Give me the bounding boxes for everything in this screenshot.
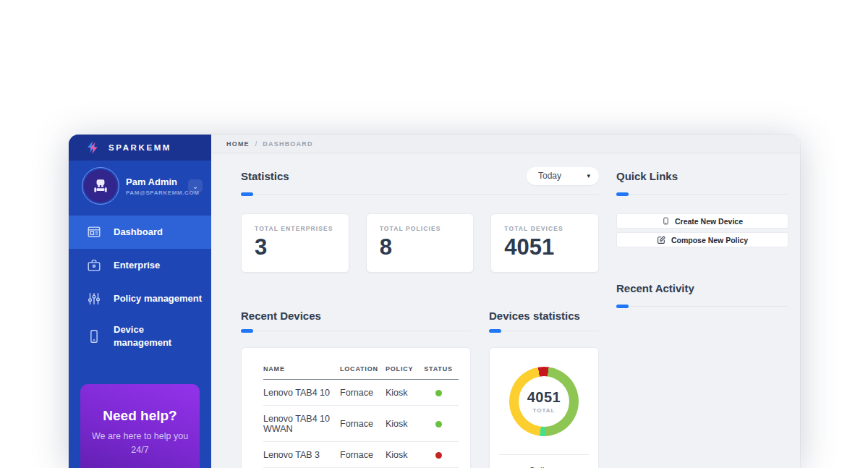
- device-name: Lenovo TAB4 10 WWAN: [263, 406, 340, 442]
- main-area: HOME / DASHBOARD Statistics Today ▾ TOTA…: [211, 135, 800, 468]
- sidebar-item-label: Policy management: [114, 292, 202, 305]
- status-dot: [435, 421, 442, 427]
- quick-links-buttons: Create New Device Compose New Policy: [616, 213, 788, 247]
- col-header-policy: POLICY: [386, 362, 418, 380]
- user-menu[interactable]: Pam Admin PAM@SPARKEMM.COM ⌄: [69, 161, 211, 212]
- device-policy: Kiosk: [386, 442, 418, 468]
- statistics-title: Statistics: [241, 170, 289, 182]
- device-name: Lenovo TAB 3: [263, 442, 340, 468]
- section-underline: [241, 192, 599, 195]
- donut-total-value: 4051: [527, 389, 561, 406]
- breadcrumb-separator: /: [255, 140, 258, 148]
- need-help-card: Need help? We are here to help you 24/7: [80, 384, 200, 468]
- button-label: Create New Device: [675, 217, 743, 226]
- table-row[interactable]: Lenovo TAB4 10 Fornace Kiosk: [263, 380, 459, 406]
- status-dot: [435, 390, 442, 396]
- recent-activity-title: Recent Activity: [616, 282, 694, 294]
- brand-name: SPARKEMM: [109, 143, 171, 152]
- section-underline: [241, 329, 471, 331]
- breadcrumb-current: DASHBOARD: [263, 140, 312, 148]
- stat-value: 3: [255, 234, 336, 260]
- devices-statistics-title: Devices statistics: [489, 310, 580, 322]
- period-select[interactable]: Today ▾: [527, 167, 599, 185]
- stat-card-policies: TOTAL POLICIES 8: [366, 213, 475, 273]
- section-underline: [489, 329, 599, 331]
- col-header-status: STATUS: [418, 362, 459, 380]
- device-location: Fornace: [340, 406, 386, 442]
- sidebar-item-dashboard[interactable]: Dashboard: [69, 216, 211, 249]
- col-header-name: NAME: [263, 362, 340, 380]
- device-location: Fornace: [340, 442, 386, 468]
- left-column: Statistics Today ▾ TOTAL ENTERPRISES 3 T…: [241, 166, 599, 468]
- sidebar-item-label: Dashboard: [114, 226, 163, 239]
- stat-label: TOTAL POLICIES: [380, 225, 461, 232]
- chevron-down-icon[interactable]: ⌄: [188, 179, 203, 192]
- devices-statistics-card: 4051 TOTAL Online: [489, 347, 599, 468]
- dropdown-caret-icon: ▾: [587, 172, 590, 179]
- sidebar-item-policy-management[interactable]: Policy management: [69, 282, 211, 315]
- table-row[interactable]: Lenovo TAB4 10 WWAN Fornace Kiosk: [263, 406, 459, 442]
- sidebar-menu: Dashboard Enterprise: [69, 216, 211, 357]
- breadcrumb: HOME / DASHBOARD: [211, 135, 800, 153]
- compose-new-policy-button[interactable]: Compose New Policy: [616, 232, 788, 247]
- stat-label: TOTAL DEVICES: [504, 225, 585, 232]
- dashboard-icon: [85, 224, 103, 241]
- smartphone-icon: [662, 216, 670, 226]
- recent-devices-table: NAME LOCATION POLICY STATUS Lenovo TAB4 …: [263, 362, 459, 468]
- device-policy: Kiosk: [386, 380, 418, 406]
- donut-center: 4051 TOTAL: [519, 376, 569, 427]
- sidebar-item-label: Device management: [114, 323, 203, 349]
- device-name: Lenovo TAB4 10: [263, 380, 340, 406]
- create-new-device-button[interactable]: Create New Device: [616, 213, 788, 229]
- col-header-location: LOCATION: [340, 362, 386, 380]
- stat-card-enterprises: TOTAL ENTERPRISES 3: [241, 213, 349, 273]
- recent-devices-section: Recent Devices NAME LOCATION POLICY: [241, 309, 471, 468]
- legend-item-online: Online: [490, 455, 598, 468]
- brand-bar: SPARKEMM: [69, 135, 211, 161]
- user-meta: Pam Admin PAM@SPARKEMM.COM: [126, 176, 179, 196]
- app-window: SPARKEMM Pam Admin PAM@SPARKEMM.COM ⌄: [69, 135, 800, 468]
- compose-icon: [657, 235, 666, 244]
- sidebar-item-label: Enterprise: [114, 259, 160, 272]
- help-subtitle: We are here to help you 24/7: [89, 430, 191, 458]
- status-dot: [435, 452, 442, 459]
- sidebar-item-enterprise[interactable]: Enterprise: [69, 249, 211, 282]
- sliders-icon: [85, 290, 103, 307]
- device-location: Fornace: [340, 380, 386, 406]
- section-underline: [616, 305, 788, 307]
- stat-card-devices: TOTAL DEVICES 4051: [490, 213, 599, 273]
- briefcase-icon: [85, 257, 103, 274]
- section-underline: [616, 192, 788, 195]
- user-email: PAM@SPARKEMM.COM: [126, 190, 179, 196]
- help-title: Need help?: [89, 408, 191, 424]
- sidebar-item-device-management[interactable]: Device management: [69, 315, 211, 357]
- table-row[interactable]: Lenovo TAB 3 Fornace Kiosk: [263, 442, 459, 468]
- user-name: Pam Admin: [126, 176, 179, 187]
- stat-value: 4051: [504, 234, 585, 260]
- device-policy: Kiosk: [386, 406, 418, 442]
- right-column: Quick Links Create New Device: [616, 166, 788, 468]
- quick-links-title: Quick Links: [616, 170, 678, 182]
- robot-avatar-icon: [91, 176, 110, 195]
- recent-devices-card: NAME LOCATION POLICY STATUS Lenovo TAB4 …: [241, 347, 471, 468]
- avatar: [84, 169, 117, 203]
- breadcrumb-home-link[interactable]: HOME: [226, 140, 250, 148]
- bolt-logo-icon: [88, 141, 99, 154]
- donut-total-label: TOTAL: [533, 407, 556, 414]
- smartphone-icon: [85, 328, 103, 345]
- period-select-value: Today: [538, 171, 561, 181]
- stat-cards: TOTAL ENTERPRISES 3 TOTAL POLICIES 8 TOT…: [241, 213, 599, 273]
- recent-devices-title: Recent Devices: [241, 310, 321, 322]
- devices-statistics-section: Devices statistics 4051 TOTAL: [489, 309, 599, 468]
- devices-donut: 4051 TOTAL: [509, 367, 579, 436]
- stat-label: TOTAL ENTERPRISES: [255, 225, 336, 232]
- sidebar: SPARKEMM Pam Admin PAM@SPARKEMM.COM ⌄: [69, 135, 211, 468]
- stat-value: 8: [380, 234, 461, 260]
- button-label: Compose New Policy: [671, 236, 748, 244]
